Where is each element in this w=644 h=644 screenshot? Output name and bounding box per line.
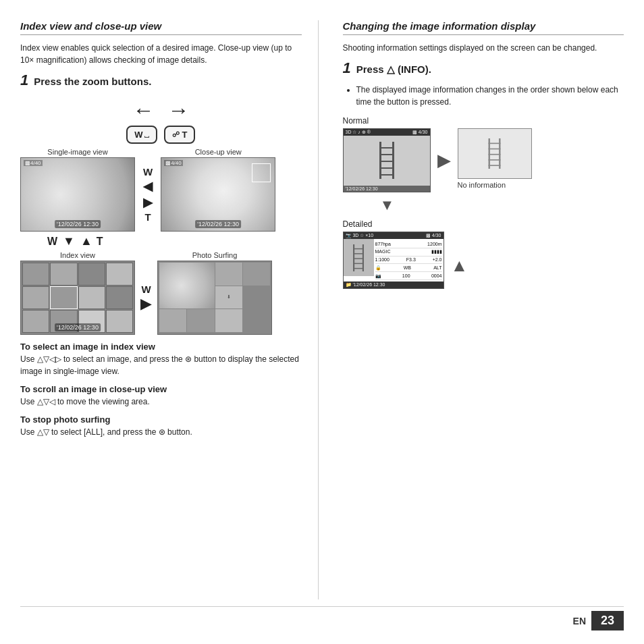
- surfing-grid: ⬇: [158, 261, 271, 334]
- normal-screen-topbar: 3D ☆ ♪ ⊕ ® ▩ 4/30: [344, 129, 430, 136]
- image-row-bottom: Index view: [20, 251, 302, 335]
- left-section-title: Index view and close-up view: [20, 20, 302, 32]
- svg-rect-9: [489, 143, 501, 144]
- det-row5-mid: 100: [402, 273, 410, 279]
- subsection3-title: To stop photo surfing: [20, 414, 302, 425]
- svg-rect-6: [379, 174, 394, 176]
- right-intro: Shooting information settings displayed …: [343, 42, 624, 54]
- svg-rect-3: [379, 154, 394, 155]
- index-label: Index view: [60, 251, 95, 259]
- left-column: Index view and close-up view Index view …: [20, 20, 319, 599]
- arrow-left-small: ◀: [143, 179, 153, 194]
- det-row5-left: 📷: [375, 273, 381, 279]
- zoom-buttons-area: ← → W ⎵ ☍ T: [20, 98, 302, 144]
- t-label: T: [145, 211, 151, 223]
- det-row2-left: MAGIC: [375, 248, 391, 255]
- right-step1-number: 1: [343, 61, 351, 76]
- wt-side-arrows: W ◀ ▶ T: [143, 157, 153, 232]
- closeup-panel-wrapper: Close-up view ▩4/40 '12/02/26 12:30: [161, 148, 275, 232]
- right-step1-label: Press △ (INFO).: [356, 63, 431, 76]
- up-arrow-area: ▲: [451, 232, 468, 299]
- index-thumb-9: [22, 310, 49, 333]
- w-arrow-label: W: [141, 284, 151, 295]
- arrow-up-icon: ▲: [451, 255, 468, 276]
- index-timestamp: '12/02/26 12:30: [55, 323, 101, 331]
- zoom-t-icon: ☍: [172, 130, 180, 139]
- index-thumb-6: [50, 286, 77, 309]
- det-row2-right: ▮▮▮▮: [431, 248, 442, 255]
- detailed-display-area: 📷 3D ☆ ×10 ▩ 4/30: [343, 232, 624, 299]
- index-thumb-4: [106, 263, 133, 286]
- subsection3-text: Use △▽ to select [ALL], and press the ⊛ …: [20, 426, 302, 438]
- det-row1-right: 1200m: [427, 241, 441, 248]
- arrow-left-icon: ←: [132, 98, 154, 123]
- detailed-screen: 📷 3D ☆ ×10 ▩ 4/30: [343, 232, 444, 289]
- single-image-panel-wrapper: Single-image view ▩4/40 '12/02/26 12:30: [20, 148, 135, 232]
- surf-thumb-7: [243, 309, 270, 332]
- no-info-label: No information: [458, 181, 506, 189]
- t-up-label: T: [97, 236, 103, 248]
- det-top-right: ▩ 4/30: [426, 233, 441, 238]
- footer: EN 23: [20, 606, 624, 630]
- closeup-panel: ▩4/40 '12/02/26 12:30: [161, 157, 275, 232]
- step1-number: 1: [20, 73, 28, 88]
- det-row-1: 877hpa 1200m: [375, 240, 442, 248]
- normal-display-area: 3D ☆ ♪ ⊕ ® ▩ 4/30: [343, 128, 624, 192]
- index-thumb-5: [22, 286, 49, 309]
- down-arrow-area: ▼: [343, 196, 624, 214]
- w-down-label: W: [47, 236, 57, 248]
- surf-thumb-3: [243, 286, 270, 309]
- image-row-top: Single-image view ▩4/40 '12/02/26 12:30 …: [20, 148, 302, 232]
- det-ladder-icon: [351, 244, 366, 271]
- surf-thumb-4: [159, 309, 186, 332]
- det-content: 877hpa 1200m MAGIC ▮▮▮▮ 1:1000 F3.3 +2.0: [344, 239, 444, 281]
- normal-screen: 3D ☆ ♪ ⊕ ® ▩ 4/30: [343, 128, 431, 192]
- detailed-label: Detailed: [343, 219, 624, 229]
- det-row3-left: 1:1000: [375, 257, 390, 263]
- index-thumb-12: [106, 310, 133, 333]
- det-data-area: 877hpa 1200m MAGIC ▮▮▮▮ 1:1000 F3.3 +2.0: [374, 239, 444, 281]
- zoom-arrows: ← →: [132, 98, 189, 123]
- left-intro: Index view enables quick selection of a …: [20, 42, 302, 66]
- bottom-section: To select an image in index view Use △▽◁…: [20, 342, 302, 438]
- surfing-panel-wrapper: Photo Surfing ⬇: [157, 251, 272, 335]
- zoom-w-button[interactable]: W ⎵: [126, 126, 157, 144]
- surf-thumb-1: [215, 263, 242, 286]
- w-label: W: [143, 166, 153, 178]
- svg-rect-4: [379, 161, 394, 162]
- surfing-panel: ⬇: [157, 261, 272, 335]
- svg-rect-19: [353, 263, 364, 263]
- svg-rect-5: [379, 167, 394, 169]
- noinfo-screen: [458, 128, 532, 179]
- zoom-t-label: T: [182, 130, 187, 140]
- det-row3-mid: F3.3: [406, 257, 416, 263]
- det-row4-right: ALT: [433, 265, 441, 271]
- step1-label: Press the zoom buttons.: [34, 76, 151, 87]
- det-row4-mid: WB: [404, 265, 411, 271]
- index-thumb-7: [78, 286, 105, 309]
- det-row-3: 1:1000 F3.3 +2.0: [375, 257, 442, 265]
- svg-rect-20: [353, 267, 364, 268]
- normal-label: Normal: [343, 116, 624, 126]
- zoom-t-button[interactable]: ☍ T: [164, 126, 195, 144]
- index-thumb-1: [22, 263, 49, 286]
- subsection1-text: Use △▽◁▷ to select an image, and press t…: [20, 353, 302, 377]
- svg-rect-16: [353, 248, 364, 248]
- svg-rect-2: [379, 147, 394, 149]
- svg-rect-17: [353, 253, 364, 254]
- index-thumb-3: [78, 263, 105, 286]
- arrow-down-normal: ▼: [380, 196, 395, 213]
- arrow-down-icon: ▼: [63, 234, 75, 248]
- page: Index view and close-up view Index view …: [0, 0, 644, 644]
- arrow-up-icon: ▲: [80, 234, 92, 248]
- footer-en-label: EN: [573, 616, 586, 626]
- closeup-info-left: ▩4/40: [164, 160, 183, 166]
- det-row3-right: +2.0: [433, 257, 442, 263]
- step1-bullet: The displayed image information changes …: [356, 84, 624, 108]
- footer-page-number: 23: [591, 611, 624, 630]
- normal-screen-bottombar: '12/02/26 12:30: [344, 186, 430, 192]
- det-top-left: 📷 3D ☆ ×10: [346, 233, 374, 238]
- svg-rect-11: [489, 154, 501, 155]
- normal-screen-img: [344, 136, 430, 184]
- arrow-right-icon: →: [167, 98, 189, 123]
